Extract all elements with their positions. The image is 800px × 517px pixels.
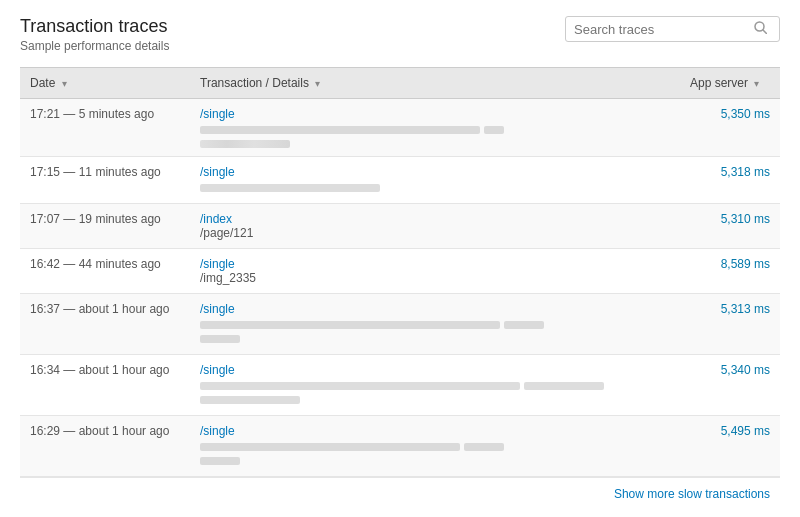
cell-date: 17:07 — 19 minutes ago	[20, 204, 190, 249]
table-row: 16:29 — about 1 hour ago/single5,495 ms	[20, 416, 780, 477]
cell-transaction: /single	[190, 294, 680, 355]
cell-transaction: /single/img_2335	[190, 249, 680, 294]
blurred-line2	[200, 332, 670, 346]
appserver-sort-arrow: ▾	[754, 78, 759, 89]
page-title: Transaction traces	[20, 16, 169, 37]
transaction-sort-arrow: ▾	[315, 78, 320, 89]
cell-transaction: /single	[190, 99, 680, 157]
cell-date: 16:34 — about 1 hour ago	[20, 355, 190, 416]
table-header: Date ▾ Transaction / Details ▾ App serve…	[20, 68, 780, 99]
search-icon	[754, 21, 767, 37]
cell-date: 16:37 — about 1 hour ago	[20, 294, 190, 355]
cell-transaction: /single	[190, 416, 680, 477]
page-container: Transaction traces Sample performance de…	[0, 0, 800, 517]
transaction-link[interactable]: /index	[200, 212, 670, 226]
header-row: Transaction traces Sample performance de…	[20, 16, 780, 53]
table-row: 16:34 — about 1 hour ago/single5,340 ms	[20, 355, 780, 416]
transaction-link[interactable]: /single	[200, 257, 670, 271]
table-body: 17:21 — 5 minutes ago/single5,350 ms17:1…	[20, 99, 780, 477]
transaction-link[interactable]: /single	[200, 302, 670, 316]
page-subtitle: Sample performance details	[20, 39, 169, 53]
transaction-link[interactable]: /single	[200, 165, 670, 179]
cell-duration: 5,310 ms	[680, 204, 780, 249]
transaction-link[interactable]: /single	[200, 363, 670, 377]
table-row: 16:37 — about 1 hour ago/single5,313 ms	[20, 294, 780, 355]
col-header-date[interactable]: Date ▾	[20, 68, 190, 99]
cell-transaction: /index/page/121	[190, 204, 680, 249]
transaction-detail-blurred	[200, 181, 670, 195]
transaction-detail-blurred	[200, 123, 670, 148]
table-row: 17:21 — 5 minutes ago/single5,350 ms	[20, 99, 780, 157]
transaction-detail-blurred	[200, 440, 670, 468]
search-input[interactable]	[574, 22, 754, 37]
svg-line-1	[763, 30, 767, 34]
transaction-sub: /img_2335	[200, 271, 670, 285]
date-sort-arrow: ▾	[62, 78, 67, 89]
traces-table: Date ▾ Transaction / Details ▾ App serve…	[20, 67, 780, 477]
cell-duration: 5,350 ms	[680, 99, 780, 157]
cell-transaction: /single	[190, 355, 680, 416]
transaction-link[interactable]: /single	[200, 107, 670, 121]
cell-transaction: /single	[190, 157, 680, 204]
cell-date: 17:21 — 5 minutes ago	[20, 99, 190, 157]
transaction-link[interactable]: /single	[200, 424, 670, 438]
blurred-line2	[200, 454, 670, 468]
table-row: 17:07 — 19 minutes ago/index/page/1215,3…	[20, 204, 780, 249]
transaction-detail-blurred	[200, 318, 670, 346]
footer-row: Show more slow transactions	[20, 477, 780, 509]
blurred-line2	[200, 393, 670, 407]
cell-duration: 5,318 ms	[680, 157, 780, 204]
title-block: Transaction traces Sample performance de…	[20, 16, 169, 53]
search-box	[565, 16, 780, 42]
cell-date: 16:42 — 44 minutes ago	[20, 249, 190, 294]
table-row: 16:42 — 44 minutes ago/single/img_23358,…	[20, 249, 780, 294]
cell-date: 17:15 — 11 minutes ago	[20, 157, 190, 204]
table-row: 17:15 — 11 minutes ago/single5,318 ms	[20, 157, 780, 204]
cell-duration: 5,313 ms	[680, 294, 780, 355]
cell-date: 16:29 — about 1 hour ago	[20, 416, 190, 477]
transaction-sub: /page/121	[200, 226, 670, 240]
cell-duration: 5,340 ms	[680, 355, 780, 416]
show-more-link[interactable]: Show more slow transactions	[614, 487, 770, 501]
col-header-appserver[interactable]: App server ▾	[680, 68, 780, 99]
col-header-transaction[interactable]: Transaction / Details ▾	[190, 68, 680, 99]
cell-duration: 8,589 ms	[680, 249, 780, 294]
cell-duration: 5,495 ms	[680, 416, 780, 477]
transaction-detail-blurred	[200, 379, 670, 407]
